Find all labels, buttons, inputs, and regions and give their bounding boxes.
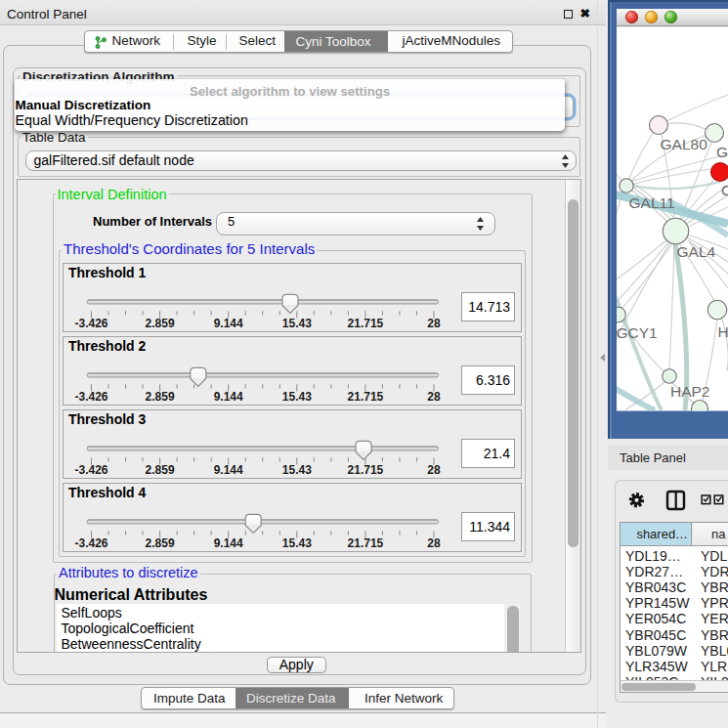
svg-text:2.859: 2.859 xyxy=(146,463,175,477)
svg-text:28: 28 xyxy=(427,463,441,477)
svg-text:15.43: 15.43 xyxy=(282,463,312,477)
svg-text:21.715: 21.715 xyxy=(348,317,384,330)
svg-text:H: H xyxy=(718,323,728,340)
svg-text:GAL80: GAL80 xyxy=(661,136,708,152)
svg-text:9.144: 9.144 xyxy=(214,536,243,550)
svg-text:9.144: 9.144 xyxy=(214,390,243,404)
svg-text:15.43: 15.43 xyxy=(282,317,312,330)
svg-text:GAL4: GAL4 xyxy=(677,243,716,260)
svg-text:28: 28 xyxy=(427,390,441,404)
svg-text:21.715: 21.715 xyxy=(348,536,384,550)
svg-text:-3.426: -3.426 xyxy=(74,536,107,550)
svg-text:28: 28 xyxy=(427,317,441,330)
svg-text:GAL11: GAL11 xyxy=(629,194,675,211)
svg-text:9.144: 9.144 xyxy=(214,463,243,477)
svg-text:-3.426: -3.426 xyxy=(74,317,107,330)
svg-text:28: 28 xyxy=(427,536,441,550)
svg-text:9.144: 9.144 xyxy=(214,317,243,330)
svg-text:2.859: 2.859 xyxy=(146,390,175,404)
svg-text:-3.426: -3.426 xyxy=(74,463,107,477)
svg-text:HAP2: HAP2 xyxy=(670,383,710,400)
svg-text:21.715: 21.715 xyxy=(348,390,384,404)
svg-text:21.715: 21.715 xyxy=(348,463,384,477)
svg-text:GCY1: GCY1 xyxy=(617,324,658,341)
svg-text:2.859: 2.859 xyxy=(146,536,175,550)
svg-text:2.859: 2.859 xyxy=(146,317,175,330)
svg-text:15.43: 15.43 xyxy=(282,390,312,404)
svg-text:C: C xyxy=(721,182,728,198)
svg-text:-3.426: -3.426 xyxy=(74,390,107,404)
svg-text:15.43: 15.43 xyxy=(282,536,312,550)
svg-text:GA: GA xyxy=(716,144,728,160)
